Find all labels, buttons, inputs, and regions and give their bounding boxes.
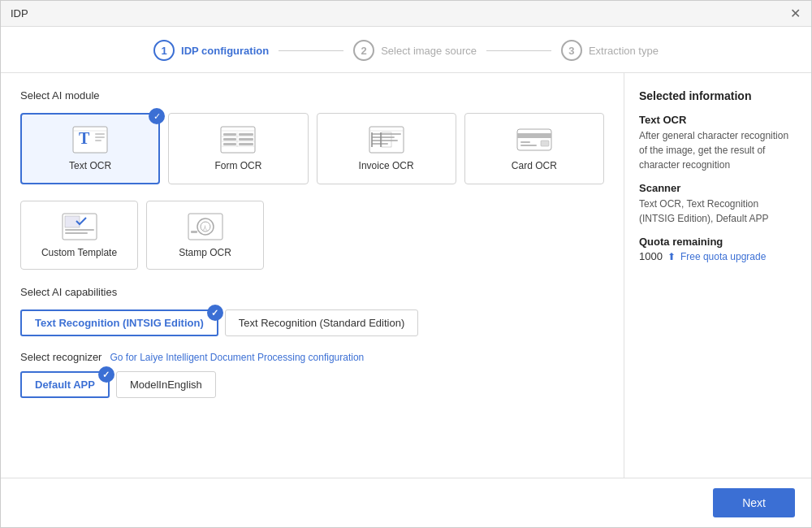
svg-rect-23 <box>372 143 388 145</box>
invoice-ocr-icon <box>369 126 404 154</box>
svg-rect-33 <box>65 232 88 234</box>
module-card-ocr[interactable]: Card OCR <box>464 113 604 184</box>
module-invoice-ocr-label: Invoice OCR <box>359 160 414 173</box>
step-label-1: IDP configuration <box>181 45 269 57</box>
module-text-ocr-label: Text OCR <box>69 160 111 173</box>
svg-rect-32 <box>65 229 94 231</box>
svg-rect-37 <box>191 231 197 233</box>
svg-rect-29 <box>541 141 549 146</box>
recognizer-buttons: ✓ Default APP ModelInEnglish <box>20 371 604 398</box>
wizard-step-3: 3 Extraction type <box>561 40 659 61</box>
info-item-1-value: After general character recognition of t… <box>639 128 797 172</box>
module-custom-template-label: Custom Template <box>41 247 117 260</box>
svg-rect-26 <box>517 133 551 138</box>
recognizer-section: Select recognizer Go for Laiye Intellige… <box>20 351 604 398</box>
window-title: IDP <box>11 7 28 19</box>
check-badge-default: ✓ <box>98 366 114 383</box>
left-panel: Select AI module ✓ T Text OCR <box>1 73 624 478</box>
svg-rect-25 <box>517 129 551 150</box>
wizard-header: 1 IDP configuration 2 Select image sourc… <box>1 27 811 73</box>
quota-row: 1000 ⬆ Free quota upgrade <box>639 250 797 262</box>
capability-intsig-btn[interactable]: ✓ Text Recognition (INTSIG Edition) <box>20 309 218 336</box>
ai-module-title: Select AI module <box>20 89 604 102</box>
wizard-steps: 1 IDP configuration 2 Select image sourc… <box>153 40 659 61</box>
check-badge-text-ocr: ✓ <box>149 108 165 124</box>
svg-rect-11 <box>239 138 253 141</box>
recognizer-default-btn[interactable]: ✓ Default APP <box>20 371 110 398</box>
quota-up-icon: ⬆ <box>667 251 676 262</box>
custom-template-icon <box>62 213 97 240</box>
svg-text:T: T <box>79 129 90 147</box>
main-window: IDP ✕ 1 IDP configuration 2 Select image… <box>0 0 812 528</box>
capability-standard-label: Text Recognition (Standard Edition) <box>239 317 405 329</box>
text-ocr-icon: T <box>72 126 108 154</box>
capability-standard-btn[interactable]: Text Recognition (Standard Edition) <box>225 309 419 336</box>
step-label-3: Extraction type <box>589 45 659 57</box>
stamp-ocr-icon: 人 <box>188 213 223 240</box>
wizard-step-2: 2 Select image source <box>353 40 477 61</box>
svg-rect-22 <box>372 140 398 141</box>
recognizer-config-link[interactable]: Go for Laiye Intelligent Document Proces… <box>110 352 364 363</box>
module-card-ocr-label: Card OCR <box>512 160 557 173</box>
svg-rect-8 <box>223 133 236 136</box>
main-content: Select AI module ✓ T Text OCR <box>1 73 811 478</box>
info-item-2-value: Text OCR, Text Recognition (INTSIG Editi… <box>639 197 797 226</box>
ai-module-grid: ✓ T Text OCR <box>20 113 604 184</box>
quota-number: 1000 <box>639 250 663 262</box>
step-connector-1 <box>279 50 343 51</box>
right-panel-title: Selected information <box>639 89 797 102</box>
recognizer-title: Select recognizer <box>20 351 102 363</box>
step-label-2: Select image source <box>381 45 477 57</box>
ai-capabilities-section: Select AI capabilities ✓ Text Recognitio… <box>20 286 604 336</box>
recognizer-label-row: Select recognizer Go for Laiye Intellige… <box>20 351 604 363</box>
next-button[interactable]: Next <box>713 488 795 517</box>
svg-rect-28 <box>520 145 537 146</box>
capability-intsig-label: Text Recognition (INTSIG Edition) <box>35 317 204 329</box>
info-item-1-label: Text OCR <box>639 114 797 126</box>
quota-upgrade-link[interactable]: Free quota upgrade <box>680 251 766 262</box>
step-circle-2: 2 <box>353 40 374 61</box>
module-stamp-ocr[interactable]: 人 Stamp OCR <box>146 201 264 270</box>
form-ocr-icon <box>220 126 256 154</box>
svg-rect-13 <box>239 143 253 145</box>
close-button[interactable]: ✕ <box>788 7 801 20</box>
ai-capabilities-title: Select AI capabilities <box>20 286 604 298</box>
module-form-ocr-label: Form OCR <box>214 160 261 173</box>
svg-rect-5 <box>95 140 102 141</box>
svg-text:人: 人 <box>202 225 208 232</box>
title-bar: IDP ✕ <box>1 1 811 27</box>
check-badge-intsig: ✓ <box>207 305 223 321</box>
card-ocr-icon <box>516 126 552 154</box>
footer: Next <box>1 478 811 527</box>
capabilities-buttons: ✓ Text Recognition (INTSIG Edition) Text… <box>20 309 604 336</box>
module-stamp-ocr-label: Stamp OCR <box>179 247 231 260</box>
svg-rect-12 <box>223 143 236 145</box>
recognizer-default-label: Default APP <box>35 379 95 391</box>
info-item-2-label: Scanner <box>639 182 797 194</box>
step-circle-1: 1 <box>153 40 175 61</box>
module-text-ocr[interactable]: ✓ T Text OCR <box>20 113 160 184</box>
svg-rect-27 <box>520 141 530 143</box>
module-custom-template[interactable]: Custom Template <box>20 201 138 270</box>
svg-rect-10 <box>223 138 236 141</box>
module-invoice-ocr[interactable]: Invoice OCR <box>317 113 456 184</box>
right-panel: Selected information Text OCR After gene… <box>624 73 811 478</box>
module-form-ocr[interactable]: Form OCR <box>168 113 308 184</box>
info-item-3-label: Quota remaining <box>639 236 797 248</box>
svg-rect-3 <box>95 133 105 135</box>
svg-rect-9 <box>239 133 253 136</box>
recognizer-english-btn[interactable]: ModelInEnglish <box>116 371 216 398</box>
step-circle-3: 3 <box>561 40 582 61</box>
svg-rect-4 <box>95 136 105 138</box>
step-connector-2 <box>486 50 551 51</box>
wizard-step-1: 1 IDP configuration <box>153 40 269 61</box>
svg-rect-20 <box>372 133 401 135</box>
recognizer-english-label: ModelInEnglish <box>130 379 202 391</box>
ai-module-small-grid: Custom Template 人 Stamp OCR <box>20 201 264 270</box>
